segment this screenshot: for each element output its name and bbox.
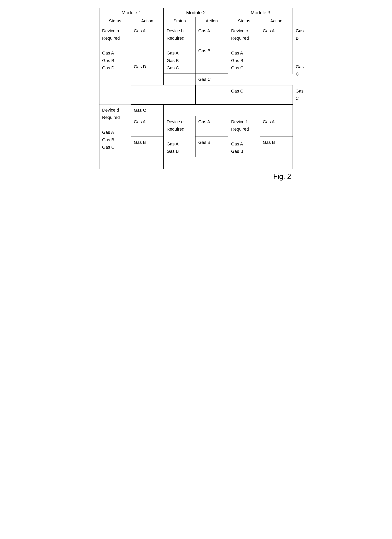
device-c-action1-val: Gas A [263, 28, 275, 33]
device-e-gas2: Gas B [167, 149, 179, 154]
device-f-label: Device f [231, 119, 247, 124]
device-a-action1-val: Gas A [134, 28, 146, 33]
m2-empty-final [164, 157, 228, 169]
device-e-gas1: Gas A [167, 141, 178, 146]
module2-header: Module 2 [164, 8, 228, 17]
device-c-action1: Gas A [260, 25, 292, 45]
m2-empty-status-a6 [196, 85, 228, 104]
m3-empty-b1 [228, 104, 293, 110]
m3-gasC-a6-val: Gas C [296, 89, 303, 101]
module1-header: Module 1 [99, 8, 164, 17]
device-c-gas2: Gas B [231, 58, 243, 63]
device-e-label: Device e [167, 119, 184, 124]
device-c-action3: Gas C [293, 61, 293, 85]
device-b-action1: Gas A [196, 25, 228, 45]
device-d-status: Device d Required Gas A Gas B Gas C [99, 104, 131, 157]
device-c-status: Device c Required Gas A Gas B Gas C [228, 25, 260, 85]
device-f-action1: Gas A [260, 116, 292, 137]
device-c-gas3: Gas C [231, 65, 244, 70]
device-c-label: Device c [231, 28, 248, 33]
m1-empty-a6 [131, 85, 196, 104]
m3-empty-status-a6 [260, 85, 292, 104]
m1-status-header: Status [99, 17, 131, 25]
device-a-action3-val: Gas D [134, 64, 146, 69]
m2-empty-status-a5 [164, 74, 195, 85]
device-d-action3: Gas B [131, 137, 164, 157]
m2-status-header: Status [164, 17, 195, 25]
main-table: Module 1 Module 2 Module 3 Status Action… [99, 8, 293, 169]
m2-empty-b1 [164, 104, 228, 110]
device-d-gas2: Gas B [102, 137, 114, 142]
device-a-label: Device a [102, 28, 119, 33]
device-d-gas3: Gas C [102, 145, 115, 150]
figure-label: Fig. 2 [99, 172, 293, 181]
device-b-gas2: Gas B [167, 58, 179, 63]
m2-empty-b2 [164, 110, 228, 116]
device-c-action3-val: Gas C [296, 64, 304, 77]
m1-action-header: Action [131, 17, 164, 25]
device-f-gas1: Gas A [231, 141, 243, 146]
device-b-gas1: Gas A [167, 51, 178, 55]
module3-header: Module 3 [228, 8, 293, 17]
m2-empty-status-a4 [260, 61, 292, 73]
m2-action-header: Action [196, 17, 228, 25]
device-f-gas2: Gas B [231, 149, 243, 154]
page-wrapper: Module 1 Module 2 Module 3 Status Action… [99, 8, 293, 181]
m3-status-header: Status [228, 17, 260, 25]
device-a-action2-val: Gas B [198, 48, 210, 53]
device-f-action2: Gas B [260, 137, 292, 157]
device-e-action2-val: Gas B [198, 140, 210, 145]
device-c-action2: Gas B [293, 25, 293, 61]
device-d-action1: Gas C [131, 104, 164, 116]
device-e-action2: Gas B [196, 137, 228, 157]
row-b6 [99, 157, 293, 169]
m2-gasC-val: Gas C [198, 77, 210, 82]
device-a-gas2: Gas B [102, 58, 114, 63]
device-a-action2: Gas B [196, 45, 228, 74]
device-b-gas3: Gas C [167, 65, 179, 70]
device-a-status: Device a Required Gas A Gas B Gas D [99, 25, 131, 104]
m3-empty-final [228, 157, 293, 169]
device-a-gas3: Gas D [102, 65, 115, 70]
m1-empty-final [99, 157, 164, 169]
device-e-status: Device e Required Gas A Gas B [164, 116, 195, 157]
m3-action-header: Action [260, 17, 292, 25]
device-f-action2-val: Gas B [263, 140, 275, 145]
device-d-label: Device d [102, 108, 119, 113]
row-b1: Device d Required Gas A Gas B Gas C Gas … [99, 104, 293, 110]
device-d-action3-val: Gas B [134, 140, 146, 145]
device-f-action1-val: Gas A [263, 119, 275, 124]
device-b-status: Device b Required Gas A Gas B Gas C [164, 25, 195, 74]
m2-gasC-a6-val: Gas C [231, 89, 243, 94]
sub-header-row: Status Action Status Action Status Actio… [99, 17, 293, 25]
module-header-row: Module 1 Module 2 Module 3 [99, 8, 293, 17]
device-b-action3-gasC: Gas C [196, 74, 228, 85]
m2-gasC-action-a6: Gas C [228, 85, 260, 104]
device-e-action1-val: Gas A [198, 119, 210, 124]
device-d-action2: Gas A [131, 116, 164, 137]
device-d-action2-val: Gas A [134, 119, 146, 124]
device-a-required: Required [102, 36, 120, 41]
device-e-required: Required [167, 127, 184, 132]
m3-empty-b2 [228, 110, 293, 116]
device-f-required: Required [231, 127, 249, 132]
device-a-action1: Gas A [131, 25, 164, 61]
device-e-action1: Gas A [196, 116, 228, 137]
device-d-action1-val: Gas C [134, 108, 146, 113]
device-d-gas1: Gas A [102, 130, 114, 135]
device-c-required: Required [231, 36, 249, 41]
device-a-action3: Gas D [131, 61, 164, 85]
device-c-action2-val: Gas B [296, 28, 304, 41]
device-c-gas1: Gas A [231, 51, 243, 55]
device-b-label: Device b [167, 28, 184, 33]
device-b-required: Required [167, 36, 184, 41]
device-d-required: Required [102, 115, 120, 120]
device-f-status: Device f Required Gas A Gas B [228, 116, 260, 157]
device-a-gas1: Gas A [102, 51, 114, 55]
device-b-action1-val: Gas A [198, 28, 210, 33]
